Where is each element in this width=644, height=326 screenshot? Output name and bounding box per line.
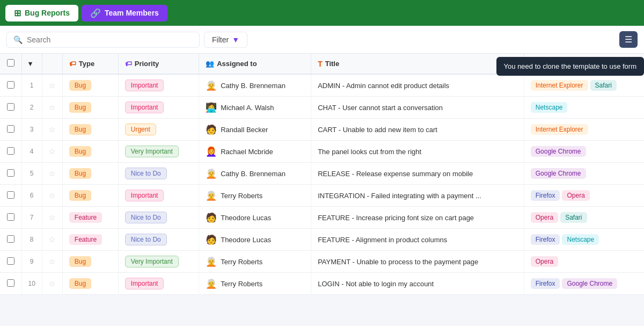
tab-bug-reports[interactable]: ⊞ Bug Reports: [5, 5, 78, 21]
row-assignee: 👩‍🦰Rachael Mcbride: [199, 141, 311, 163]
row-star[interactable]: ☆: [42, 251, 62, 273]
row-star[interactable]: ☆: [42, 185, 62, 207]
row-checkbox[interactable]: [7, 191, 14, 199]
browser-badge: Internet Explorer: [531, 80, 588, 91]
row-checkbox-cell: [0, 185, 21, 207]
row-checkbox[interactable]: [7, 235, 14, 243]
type-badge: Bug: [69, 80, 91, 91]
title-text: FEATURE - Increase pricing font size on …: [318, 214, 474, 222]
row-type: Feature: [62, 207, 118, 229]
row-assignee: 🧑Theodore Lucas: [199, 229, 311, 251]
table-body: 1☆BugImportant🧑‍🦳Cathy B. BrennemanADMIN…: [0, 74, 644, 295]
avatar: 👩‍💻: [206, 102, 217, 113]
row-checkbox[interactable]: [7, 213, 14, 221]
table-row: 6☆BugImportant🧑‍🦳Terry RobertsINTEGRATIO…: [0, 185, 644, 207]
th-star: [42, 54, 62, 74]
row-title: The panel looks cut from the right: [311, 141, 524, 163]
table-row: 8☆FeatureNice to Do🧑Theodore LucasFEATUR…: [0, 229, 644, 251]
th-title-label: Title: [325, 60, 340, 68]
priority-badge: Nice to Do: [125, 212, 167, 223]
star-icon[interactable]: ☆: [49, 147, 56, 156]
th-checkbox: [0, 54, 21, 74]
row-type: Bug: [62, 251, 118, 273]
row-priority: Important: [118, 273, 199, 295]
row-priority: Important: [118, 185, 199, 207]
row-checkbox[interactable]: [7, 103, 14, 111]
browser-badge: Internet Explorer: [531, 124, 588, 135]
bug-reports-table: ▾ 🏷 Type 🏷 Priority: [0, 54, 644, 295]
browser-badge: Opera: [531, 256, 558, 267]
assignee-name: Cathy B. Brenneman: [221, 170, 286, 178]
star-icon[interactable]: ☆: [49, 81, 56, 90]
star-icon[interactable]: ☆: [49, 169, 56, 178]
row-priority: Nice to Do: [118, 229, 199, 251]
star-icon[interactable]: ☆: [49, 103, 56, 112]
row-checkbox[interactable]: [7, 257, 14, 265]
title-text: The panel looks cut from the right: [318, 148, 421, 156]
assignee-name: Theodore Lucas: [221, 214, 271, 222]
menu-button[interactable]: ☰: [619, 31, 638, 48]
row-star[interactable]: ☆: [42, 74, 62, 97]
assignee-name: Terry Roberts: [221, 280, 262, 288]
row-assignee: 🧑‍🦳Terry Roberts: [199, 273, 311, 295]
star-icon[interactable]: ☆: [49, 191, 56, 200]
browser-badge: Firefox: [531, 234, 560, 245]
type-badge: Bug: [69, 124, 91, 135]
row-priority: Important: [118, 74, 199, 97]
row-checkbox[interactable]: [7, 147, 14, 155]
browser-badge: Firefox: [531, 278, 560, 289]
row-star[interactable]: ☆: [42, 141, 62, 163]
row-title: CHAT - User cannot start a conversation: [311, 97, 524, 119]
row-type: Bug: [62, 97, 118, 119]
star-icon[interactable]: ☆: [49, 213, 56, 222]
row-checkbox[interactable]: [7, 125, 14, 133]
star-icon[interactable]: ☆: [49, 279, 56, 288]
row-title: PAYMENT - Unable to process to the payme…: [311, 251, 524, 273]
row-star[interactable]: ☆: [42, 229, 62, 251]
search-input[interactable]: [27, 35, 193, 44]
row-assignee: 🧑‍🦳Terry Roberts: [199, 185, 311, 207]
filter-button[interactable]: Filter ▼: [204, 32, 247, 48]
link-icon: 🔗: [90, 8, 101, 18]
menu-icon: ☰: [625, 34, 632, 45]
title-col-icon: T: [318, 60, 323, 68]
avatar: 🧑‍🦳: [206, 190, 217, 201]
row-checkbox[interactable]: [7, 169, 14, 177]
row-browsers: Google Chrome: [524, 141, 644, 163]
assignee-name: Randall Becker: [221, 126, 268, 134]
title-text: RELEASE - Release expense summary on mob…: [318, 170, 473, 178]
title-text: PAYMENT - Unable to process to the payme…: [318, 258, 478, 266]
title-text: CHAT - User cannot start a conversation: [318, 104, 443, 112]
row-assignee: 🧑‍🦳Cathy B. Brenneman: [199, 74, 311, 97]
top-nav: ⊞ Bug Reports 🔗 Team Members: [0, 0, 644, 26]
star-icon[interactable]: ☆: [49, 257, 56, 266]
row-priority: Urgent: [118, 119, 199, 141]
row-checkbox[interactable]: [7, 81, 14, 89]
row-star[interactable]: ☆: [42, 163, 62, 185]
row-assignee: 👩‍💻Michael A. Walsh: [199, 97, 311, 119]
priority-badge: Important: [125, 190, 164, 201]
priority-col-icon: 🏷: [125, 60, 132, 68]
row-checkbox[interactable]: [7, 279, 14, 287]
row-star[interactable]: ☆: [42, 273, 62, 295]
row-star[interactable]: ☆: [42, 97, 62, 119]
row-star[interactable]: ☆: [42, 119, 62, 141]
assignee-name: Cathy B. Brenneman: [221, 82, 286, 90]
star-icon[interactable]: ☆: [49, 235, 56, 244]
th-priority-label: Priority: [135, 60, 159, 68]
toolbar: 🔍 Filter ▼ ☰: [0, 26, 644, 54]
avatar: 🧑: [206, 124, 217, 135]
table-row: 2☆BugImportant👩‍💻Michael A. WalshCHAT - …: [0, 97, 644, 119]
title-text: ADMIN - Admin cannot edit product detail…: [318, 82, 449, 90]
search-icon: 🔍: [13, 35, 23, 44]
row-title: RELEASE - Release expense summary on mob…: [311, 163, 524, 185]
avatar: 🧑: [206, 212, 217, 223]
th-assigned-label: Assigned to: [217, 60, 257, 68]
avatar: 👩‍🦰: [206, 146, 217, 157]
row-star[interactable]: ☆: [42, 207, 62, 229]
tab-team-members[interactable]: 🔗 Team Members: [82, 5, 167, 21]
row-priority: Important: [118, 97, 199, 119]
select-all-checkbox[interactable]: [7, 59, 14, 67]
star-icon[interactable]: ☆: [49, 125, 56, 134]
browser-badge: Firefox: [531, 190, 560, 201]
